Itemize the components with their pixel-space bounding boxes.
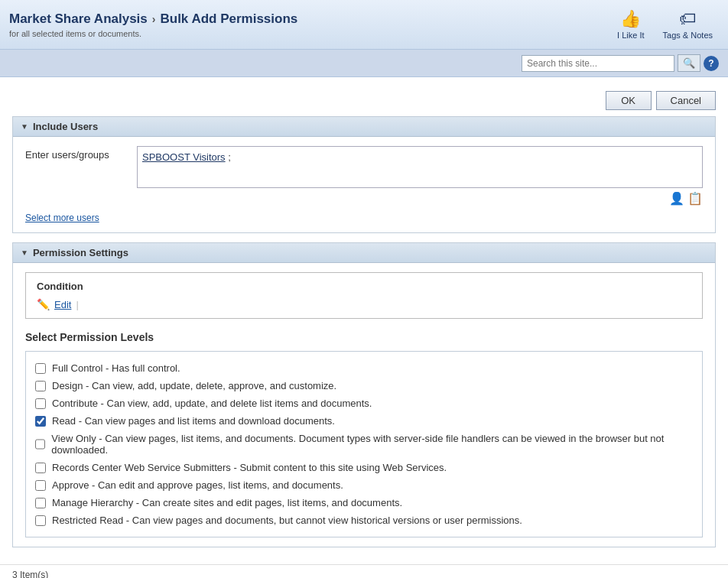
users-icons: 👤 📋 bbox=[137, 191, 703, 206]
select-more-users-link[interactable]: Select more users bbox=[25, 213, 99, 223]
edit-pencil-icon: ✏️ bbox=[37, 298, 50, 310]
items-count: 3 Item(s) bbox=[12, 570, 48, 578]
read-label: Read - Can view pages and list items and… bbox=[52, 415, 335, 427]
users-input-field[interactable]: SPBOOST Visitors ; bbox=[137, 146, 703, 188]
header-left: Market Share Analysis › Bulk Add Permiss… bbox=[9, 11, 297, 38]
status-bar: 3 Item(s) bbox=[0, 564, 728, 578]
address-book-icon[interactable]: 👤 bbox=[669, 191, 684, 206]
permission-settings-header[interactable]: ▼ Permission Settings bbox=[13, 243, 715, 263]
help-button[interactable]: ? bbox=[704, 56, 719, 71]
include-users-panel: ▼ Include Users Enter users/groups SPBOO… bbox=[12, 116, 716, 233]
contribute-label: Contribute - Can view, add, update, and … bbox=[52, 398, 372, 409]
i-like-it-button[interactable]: 👍 I Like It bbox=[611, 6, 650, 43]
view-only-checkbox[interactable] bbox=[35, 439, 45, 450]
approve-checkbox[interactable] bbox=[35, 480, 46, 491]
user-semicolon: ; bbox=[228, 151, 231, 163]
restricted-read-checkbox[interactable] bbox=[35, 515, 46, 526]
manage-hierarchy-checkbox[interactable] bbox=[35, 498, 46, 508]
top-ok-button[interactable]: OK bbox=[606, 91, 652, 110]
list-item: Restricted Read - Can view pages and doc… bbox=[34, 511, 694, 529]
page-header: Market Share Analysis › Bulk Add Permiss… bbox=[0, 0, 728, 50]
top-cancel-button[interactable]: Cancel bbox=[656, 91, 716, 110]
search-button[interactable]: 🔍 bbox=[678, 54, 700, 72]
records-center-checkbox[interactable] bbox=[35, 463, 46, 473]
top-toolbar: OK Cancel bbox=[12, 85, 716, 116]
read-checkbox[interactable] bbox=[35, 416, 46, 427]
permission-settings-panel: ▼ Permission Settings Condition ✏️ Edit … bbox=[12, 242, 716, 547]
i-like-it-label: I Like It bbox=[617, 31, 644, 40]
search-input[interactable] bbox=[522, 55, 674, 72]
list-item: View Only - Can view pages, list items, … bbox=[34, 430, 694, 459]
list-item: Design - Can view, add, update, delete, … bbox=[34, 377, 694, 395]
list-item: Records Center Web Service Submitters - … bbox=[34, 459, 694, 476]
contribute-checkbox[interactable] bbox=[35, 398, 46, 409]
users-form-row: Enter users/groups SPBOOST Visitors ; 👤 … bbox=[25, 146, 703, 206]
approve-label: Approve - Can edit and approve pages, li… bbox=[52, 479, 343, 491]
design-label: Design - Can view, add, update, delete, … bbox=[52, 380, 336, 391]
permission-levels-title: Select Permission Levels bbox=[25, 331, 703, 343]
users-input-container: SPBOOST Visitors ; 👤 📋 bbox=[137, 146, 703, 206]
full-control-label: Full Control - Has full control. bbox=[52, 362, 180, 374]
tags-icon: 🏷 bbox=[679, 9, 696, 29]
permission-list: Full Control - Has full control. Design … bbox=[25, 351, 703, 537]
permission-settings-body: Condition ✏️ Edit | Select Permission Le… bbox=[13, 263, 715, 547]
records-center-label: Records Center Web Service Submitters - … bbox=[52, 462, 447, 473]
thumbs-up-icon: 👍 bbox=[620, 9, 641, 29]
include-users-title: Include Users bbox=[33, 121, 98, 132]
breadcrumb-separator: › bbox=[152, 13, 156, 25]
user-tag[interactable]: SPBOOST Visitors bbox=[142, 151, 226, 163]
list-item: Contribute - Can view, add, update, and … bbox=[34, 395, 694, 412]
permission-settings-title: Permission Settings bbox=[33, 247, 128, 258]
header-subtitle: for all selected items or documents. bbox=[9, 29, 297, 38]
header-actions: 👍 I Like It 🏷 Tags & Notes bbox=[611, 6, 719, 43]
main-content: OK Cancel ▼ Include Users Enter users/gr… bbox=[0, 77, 728, 564]
design-checkbox[interactable] bbox=[35, 381, 46, 391]
vertical-divider: | bbox=[76, 299, 78, 310]
search-bar: 🔍 ? bbox=[0, 50, 728, 77]
manage-hierarchy-label: Manage Hierarchy - Can create sites and … bbox=[52, 497, 402, 508]
breadcrumb-main[interactable]: Market Share Analysis bbox=[9, 11, 148, 27]
users-label: Enter users/groups bbox=[25, 146, 125, 161]
condition-box: Condition ✏️ Edit | bbox=[25, 272, 703, 319]
condition-title: Condition bbox=[37, 281, 691, 292]
collapse-arrow-2-icon: ▼ bbox=[21, 248, 28, 257]
full-control-checkbox[interactable] bbox=[35, 363, 46, 374]
tags-notes-button[interactable]: 🏷 Tags & Notes bbox=[657, 6, 719, 43]
include-users-body: Enter users/groups SPBOOST Visitors ; 👤 … bbox=[13, 137, 715, 232]
include-users-header[interactable]: ▼ Include Users bbox=[13, 117, 715, 137]
breadcrumb-sub: Bulk Add Permissions bbox=[160, 11, 297, 27]
tags-notes-label: Tags & Notes bbox=[663, 31, 713, 40]
restricted-read-label: Restricted Read - Can view pages and doc… bbox=[52, 515, 522, 526]
edit-link[interactable]: Edit bbox=[54, 299, 71, 310]
list-item: Approve - Can edit and approve pages, li… bbox=[34, 476, 694, 494]
condition-edit: ✏️ Edit | bbox=[37, 298, 691, 310]
check-names-icon[interactable]: 📋 bbox=[687, 191, 703, 206]
collapse-arrow-icon: ▼ bbox=[21, 122, 28, 131]
list-item: Manage Hierarchy - Can create sites and … bbox=[34, 494, 694, 511]
list-item: Read - Can view pages and list items and… bbox=[34, 412, 694, 430]
list-item: Full Control - Has full control. bbox=[34, 359, 694, 377]
view-only-label: View Only - Can view pages, list items, … bbox=[51, 433, 693, 456]
breadcrumb: Market Share Analysis › Bulk Add Permiss… bbox=[9, 11, 297, 27]
